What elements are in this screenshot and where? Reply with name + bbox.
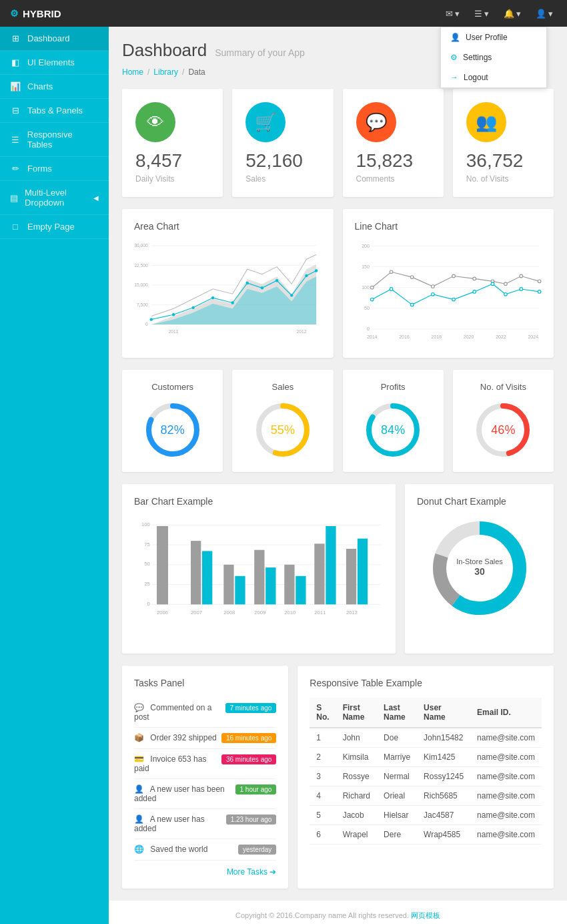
footer-link[interactable]: 网页模板: [411, 911, 440, 919]
gauge-no-of-visits-value: 46%: [491, 423, 515, 437]
sidebar-item-dashboard[interactable]: ⊞ Dashboard: [0, 27, 109, 51]
svg-text:22,500: 22,500: [134, 263, 148, 268]
gauge-row: Customers 82% Sales 55% Profits: [122, 370, 554, 472]
email-button[interactable]: ✉ ▾: [442, 9, 464, 19]
table-header-row: S No. First Name Last Name User Name Ema…: [310, 698, 542, 728]
svg-point-38: [431, 285, 434, 288]
page-subtitle: Summary of your App: [215, 47, 305, 58]
gauge-sales: Sales 55%: [232, 370, 333, 472]
task-text-6: 🌐 Saved the world: [134, 845, 207, 854]
tabs-icon: ⊟: [10, 105, 21, 116]
user-button[interactable]: 👤 ▾: [532, 9, 557, 19]
email-dropdown-arrow: ▾: [455, 9, 460, 19]
svg-text:75: 75: [144, 541, 150, 547]
dropdown-logout[interactable]: → Logout: [441, 67, 546, 87]
cell-last-name: Hielsar: [377, 805, 417, 825]
sidebar-item-forms[interactable]: ✏ Forms: [0, 157, 109, 181]
gauge-profits-wrap: 84%: [363, 400, 423, 460]
svg-text:0: 0: [366, 326, 369, 331]
svg-text:100: 100: [362, 285, 370, 290]
svg-text:2007: 2007: [191, 610, 202, 616]
sidebar-item-empty-page[interactable]: □ Empty Page: [0, 215, 109, 239]
user-dropdown-popup: 👤 User Profile ⚙ Settings → Logout: [440, 27, 547, 88]
group-icon: 👥: [476, 112, 497, 133]
svg-text:2006: 2006: [157, 610, 168, 616]
donut-chart-svg: In-Store Sales 30: [426, 515, 533, 622]
svg-text:150: 150: [362, 264, 370, 269]
table-row: 5 Jacob Hielsar Jac4587 name@site.com: [310, 805, 542, 825]
bar-chart-svg: 100 75 50 25 0: [134, 515, 384, 640]
task-item-5: 👤 A new user has added 1.23 hour ago: [134, 809, 276, 839]
sidebar-item-multilevel[interactable]: ▤ Multi-Level Dropdown ◀: [0, 181, 109, 215]
comments-value: 15,823: [356, 150, 430, 172]
cell-email: name@site.com: [470, 747, 542, 766]
multilevel-arrow: ◀: [93, 194, 99, 202]
svg-point-20: [290, 294, 293, 296]
stat-cards-row: 👁 8,457 Daily Visits 🛒 52,160 Sales 💬 15…: [122, 89, 554, 197]
svg-text:30: 30: [474, 566, 485, 577]
svg-text:0: 0: [145, 322, 148, 326]
svg-point-35: [370, 286, 374, 289]
cell-username: Wrap4585: [417, 825, 470, 844]
cell-first-name: Rossye: [336, 766, 377, 786]
line-chart-svg: 200 150 100 50 0: [355, 240, 542, 344]
gauge-customers: Customers 82%: [122, 370, 223, 472]
comments-label: Comments: [356, 174, 430, 184]
svg-text:2011: 2011: [314, 610, 326, 616]
col-email: Email ID.: [470, 698, 542, 728]
svg-point-54: [538, 290, 541, 294]
main-content: Dashboard Summary of your App Home / Lib…: [109, 27, 567, 924]
bar-2009-teal: [265, 567, 275, 604]
top-navbar: ⚙ HYBRID ✉ ▾ ☰ ▾ 🔔 ▾ 👤 ▾ 👤 User Profile …: [0, 0, 567, 27]
dropdown-settings[interactable]: ⚙ Settings: [441, 47, 546, 67]
cell-username: Kim1425: [417, 747, 470, 766]
gauge-sales-title: Sales: [272, 382, 294, 392]
sidebar-item-responsive-tables[interactable]: ☰ Responsive Tables: [0, 123, 109, 157]
logout-icon: →: [450, 73, 458, 82]
bar-chart-card: Bar Chart Example 100 75 50 25 0: [122, 484, 396, 654]
bar-2006-gray: [157, 526, 168, 604]
task-badge-1: 7 minutes ago: [225, 703, 277, 713]
svg-text:2018: 2018: [431, 334, 442, 339]
breadcrumb-data: Data: [188, 67, 205, 77]
tasks-panel: Tasks Panel 💬 Commented on a post 7 minu…: [122, 666, 288, 889]
sidebar-label-tabs: Tabs & Panels: [27, 105, 83, 116]
gauge-profits-title: Profits: [381, 382, 406, 392]
bottom-charts-row: Bar Chart Example 100 75 50 25 0: [122, 484, 554, 654]
cell-email: name@site.com: [470, 805, 542, 825]
breadcrumb-library[interactable]: Library: [153, 67, 178, 77]
svg-point-36: [390, 270, 393, 274]
cell-sno: 1: [310, 728, 336, 748]
world-task-icon: 🌐: [134, 845, 144, 854]
svg-text:25: 25: [144, 581, 150, 587]
list-button[interactable]: ☰ ▾: [470, 9, 493, 19]
svg-text:In-Store Sales: In-Store Sales: [456, 557, 503, 565]
stat-card-no-of-visits: 👥 36,752 No. of Visits: [453, 89, 554, 197]
sidebar-label-ui-elements: UI Elements: [27, 57, 75, 67]
sidebar-item-charts[interactable]: 📊 Charts: [0, 75, 109, 99]
email-icon: ✉: [446, 9, 453, 19]
breadcrumb-home[interactable]: Home: [122, 67, 143, 77]
svg-point-47: [410, 303, 414, 306]
svg-point-44: [538, 280, 541, 283]
bell-button[interactable]: 🔔 ▾: [500, 9, 525, 19]
svg-point-45: [370, 298, 374, 301]
svg-point-14: [191, 306, 194, 309]
bar-2008-gray: [223, 565, 233, 605]
svg-point-22: [315, 269, 318, 272]
user-dropdown-arrow: ▾: [548, 9, 553, 19]
ui-elements-icon: ◧: [10, 57, 21, 67]
bell-icon: 🔔: [504, 9, 514, 19]
dropdown-user-profile[interactable]: 👤 User Profile: [441, 27, 546, 47]
empty-icon: □: [10, 222, 21, 232]
cell-last-name: Orieal: [377, 786, 417, 805]
more-tasks-link[interactable]: More Tasks ➔: [134, 867, 276, 877]
no-of-visits-icon-wrap: 👥: [466, 102, 506, 142]
sidebar-item-tabs-panels[interactable]: ⊟ Tabs & Panels: [0, 99, 109, 123]
sales-icon-wrap: 🛒: [245, 102, 286, 142]
sales-value: 52,160: [245, 150, 320, 172]
order-task-icon: 📦: [134, 733, 144, 742]
task-badge-3: 36 minutes ago: [221, 754, 276, 764]
cell-first-name: Kimsila: [336, 747, 377, 766]
sidebar-item-ui-elements[interactable]: ◧ UI Elements: [0, 51, 109, 75]
